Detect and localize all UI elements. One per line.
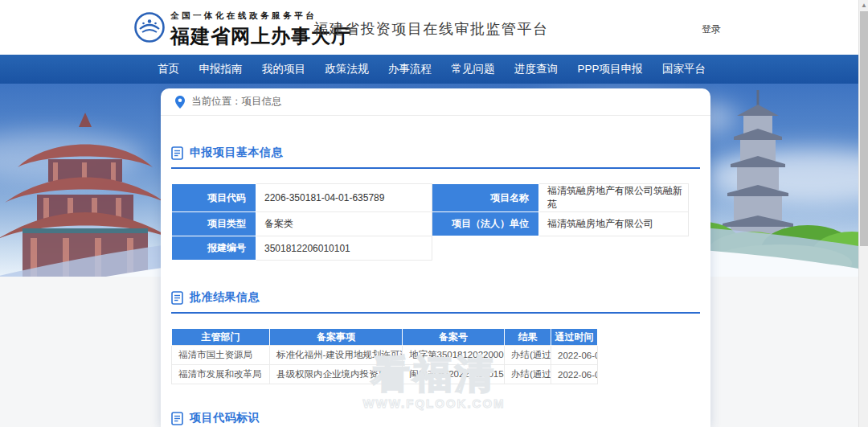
- col-header-filing-number: 备案号: [403, 329, 505, 346]
- field-label-report-number: 报建编号: [172, 236, 256, 261]
- section-title-approval-results: 批准结果信息: [190, 290, 260, 305]
- col-header-filing-item: 备案事项: [270, 329, 403, 346]
- nav-item-home[interactable]: 首页: [158, 55, 179, 84]
- field-value-report-number: 3501812206010101: [256, 236, 432, 261]
- table-row: 报建编号 3501812206010101: [172, 236, 689, 261]
- cell-pass-date: 2022-06-06: [551, 346, 598, 365]
- cell-result: 办结(通过): [505, 346, 551, 365]
- document-icon: [171, 291, 183, 305]
- field-label-project-type: 项目类型: [172, 212, 256, 236]
- scrollbar-thumb[interactable]: [860, 11, 868, 246]
- gov-platform-logo-icon: [133, 11, 166, 43]
- section-title-basic-info: 申报项目基本信息: [190, 146, 283, 160]
- scrollbar-up-arrow-icon[interactable]: ▲: [859, 0, 868, 10]
- table-row: 福清市发展和改革局 县级权限内企业境内投资项目备案 闽发改备[2022]A060…: [172, 365, 598, 384]
- cell-pass-date: 2022-06-01: [551, 365, 598, 384]
- content-card: 当前位置：项目信息 申报项目基本信息 项目代码 2206-350181-04-0…: [161, 88, 710, 427]
- basic-info-table: 项目代码 2206-350181-04-01-635789 项目名称 福清筑融房…: [171, 183, 689, 261]
- vertical-scrollbar[interactable]: ▲: [858, 0, 868, 427]
- approval-results-table: 主管部门 备案事项 备案号 结果 通过时间 福清市国土资源局 标准化福州-建设用…: [171, 328, 598, 384]
- nav-item-progress-query[interactable]: 进度查询: [514, 55, 558, 84]
- field-value-project-code: 2206-350181-04-01-635789: [256, 184, 432, 212]
- cell-authority: 福清市发展和改革局: [172, 365, 270, 384]
- cell-filing-number: 闽发改备[2022]A060153: [403, 365, 505, 384]
- cell-filing-item: 县级权限内企业境内投资项目备案: [270, 365, 403, 384]
- section-divider: [171, 167, 700, 169]
- section-divider: [171, 312, 700, 314]
- section-title-project-code-id: 项目代码标识: [190, 411, 260, 425]
- login-link[interactable]: 登录: [702, 23, 721, 36]
- breadcrumb-label: 当前位置：项目信息: [191, 95, 282, 109]
- location-pin-icon: [175, 96, 185, 109]
- empty-cell: [432, 236, 689, 261]
- table-row: 项目类型 备案类 项目（法人）单位 福清筑融房地产有限公司: [172, 212, 689, 236]
- document-icon: [171, 146, 183, 160]
- col-header-pass-date: 通过时间: [551, 329, 598, 346]
- section-approval-results: 批准结果信息: [171, 289, 700, 306]
- table-row: 福清市国土资源局 标准化福州-建设用地规划许可证核发 地字第3501812022…: [172, 346, 598, 365]
- nav-item-process[interactable]: 办事流程: [388, 55, 432, 84]
- field-label-project-name: 项目名称: [432, 184, 539, 212]
- nav-item-my-projects[interactable]: 我的项目: [262, 55, 305, 84]
- field-value-legal-unit: 福清筑融房地产有限公司: [539, 212, 689, 236]
- section-basic-info: 申报项目基本信息: [171, 145, 700, 161]
- main-nav: 首页 申报指南 我的项目 政策法规 办事流程 常见问题 进度查询 PPP项目申报…: [0, 55, 868, 84]
- field-value-project-type: 备案类: [256, 212, 432, 236]
- site-header: 全国一体化在线政务服务平台 福建省网上办事大厅 福建省投资项目在线审批监管平台 …: [0, 0, 868, 55]
- browser-page: 全国一体化在线政务服务平台 福建省网上办事大厅 福建省投资项目在线审批监管平台 …: [0, 0, 868, 427]
- nav-item-national-platform[interactable]: 国家平台: [662, 55, 706, 84]
- nav-item-declare-guide[interactable]: 申报指南: [199, 55, 242, 84]
- cell-filing-number: 地字第350181202200059号: [403, 346, 505, 365]
- table-row: 项目代码 2206-350181-04-01-635789 项目名称 福清筑融房…: [172, 184, 689, 212]
- main-nav-items: 首页 申报指南 我的项目 政策法规 办事流程 常见问题 进度查询 PPP项目申报…: [158, 55, 706, 84]
- col-header-authority: 主管部门: [172, 329, 270, 346]
- breadcrumb: 当前位置：项目信息: [161, 88, 710, 116]
- cell-result: 办结(通过): [505, 365, 551, 384]
- table-header-row: 主管部门 备案事项 备案号 结果 通过时间: [172, 329, 598, 346]
- field-label-legal-unit: 项目（法人）单位: [432, 212, 539, 236]
- cell-authority: 福清市国土资源局: [172, 346, 270, 365]
- field-label-project-code: 项目代码: [172, 184, 256, 212]
- nav-item-policies[interactable]: 政策法规: [325, 55, 368, 84]
- section-project-code-id: 项目代码标识: [171, 410, 700, 426]
- nav-item-faq[interactable]: 常见问题: [451, 55, 494, 84]
- cell-filing-item: 标准化福州-建设用地规划许可证核发: [270, 346, 403, 365]
- col-header-result: 结果: [505, 329, 551, 346]
- platform-title: 福建省投资项目在线审批监管平台: [313, 19, 549, 39]
- field-value-project-name: 福清筑融房地产有限公司筑融新苑: [539, 184, 689, 212]
- nav-item-ppp-declare[interactable]: PPP项目申报: [577, 55, 642, 84]
- document-icon: [171, 412, 183, 425]
